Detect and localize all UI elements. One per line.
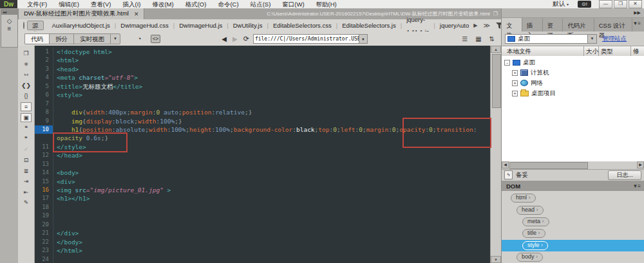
restore-doc-icon[interactable]: ❐ — [493, 11, 498, 17]
code-navigator-icon[interactable]: ✳ — [21, 60, 32, 69]
view-button-代码[interactable]: 代码 — [24, 33, 49, 44]
menu-item[interactable]: 站点(S) — [245, 0, 277, 8]
tree-expander-icon[interactable]: - — [504, 60, 510, 66]
collapse-panels-icon[interactable]: ▶▶ — [502, 8, 644, 18]
menu-item[interactable]: 编辑(E) — [53, 0, 85, 8]
log-button[interactable]: 日志... — [608, 170, 641, 180]
tree-expander-icon[interactable]: + — [512, 70, 518, 76]
menu-item[interactable]: 命令(C) — [212, 0, 244, 8]
minimize-button[interactable]: — — [599, 0, 612, 8]
column-type[interactable]: 类型 — [601, 48, 613, 56]
related-file[interactable]: jqueryAuto — [435, 19, 473, 32]
cc-sync-icon[interactable]: ⊙! — [578, 1, 591, 8]
dom-node-style[interactable]: style — [522, 241, 548, 250]
menu-item[interactable]: 窗口(W) — [276, 0, 310, 8]
restore-button[interactable]: ❐ — [614, 0, 627, 8]
close-button[interactable]: ✕ — [629, 0, 642, 8]
scroll-up-icon[interactable]: ▲ — [491, 46, 501, 53]
dom-node-meta[interactable]: meta — [522, 217, 549, 226]
dom-node-row[interactable]: title — [502, 228, 644, 239]
code-editor[interactable]: 1<!doctype html>2<html>3<head>4<meta cha… — [35, 46, 490, 263]
related-files-next-icon[interactable]: ▶ — [473, 23, 477, 28]
hscrollbar-thumb[interactable] — [509, 162, 588, 169]
wrap-tag-icon[interactable]: ✓ — [21, 145, 32, 154]
recent-snippets-icon[interactable]: ⊡ — [21, 156, 32, 165]
menu-item[interactable]: 帮助(H) — [310, 0, 343, 8]
collapse-tag-icon[interactable]: ⇿ — [21, 70, 32, 79]
highlight-invalid-code-icon[interactable]: ▣ — [21, 113, 32, 122]
scroll-down-icon[interactable]: ▼ — [491, 256, 501, 263]
dom-node-row[interactable]: meta — [502, 216, 644, 228]
menu-item[interactable]: 格式(O) — [180, 0, 213, 8]
column-local-files[interactable]: 本地文件 — [507, 48, 531, 56]
scrollbar-thumb[interactable] — [492, 54, 501, 108]
sort-icon[interactable]: ⇅ — [489, 35, 495, 42]
address-dropdown-icon[interactable]: ▼ — [359, 35, 367, 43]
manage-sites-link[interactable]: 管理站点 — [602, 35, 627, 43]
open-documents-icon[interactable]: ❐ — [21, 49, 32, 58]
format-source-icon[interactable]: ✎ — [21, 198, 32, 207]
collapse-left-icon[interactable]: ◂◂ — [1, 10, 17, 15]
related-file[interactable]: DwImageHud.js — [175, 19, 227, 32]
tree-item[interactable]: -桌面 — [502, 57, 644, 68]
tree-expander-icon[interactable]: + — [512, 91, 518, 96]
live-view-dropdown-icon[interactable]: ▼ — [110, 33, 120, 44]
editor-scrollbar[interactable]: ▲ ▼ — [490, 46, 502, 263]
indent-code-icon[interactable]: ⇥ — [21, 177, 32, 186]
panel-tab-文件[interactable]: 文件 — [502, 18, 522, 32]
menu-item[interactable]: 查看(V) — [85, 0, 117, 8]
menu-item[interactable]: 文件(F) — [21, 0, 53, 8]
site-select[interactable]: 桌面 ▼ — [505, 34, 597, 44]
related-files-more-icon[interactable]: ≫ — [483, 22, 489, 29]
move-css-icon[interactable]: ≣ — [21, 167, 32, 176]
back-icon[interactable]: ◀ — [222, 35, 227, 42]
inspect-mode-icon[interactable]: <> — [151, 35, 161, 43]
collapsed-panel[interactable]: ◂◂ ◇≡ — [1, 9, 18, 48]
panel-menu-icon[interactable]: ▼≡ — [632, 18, 644, 32]
related-file[interactable]: DwImageHud.css — [116, 19, 173, 32]
multiscreen-preview-icon[interactable]: ▦ — [475, 35, 481, 42]
view-button-实时视图[interactable]: 实时视图 — [73, 33, 110, 44]
workspace-switcher[interactable]: 默认 ▾ — [549, 0, 573, 8]
panel-tab-资源[interactable]: 资源 — [543, 18, 564, 32]
tree-item[interactable]: +计算机 — [502, 68, 644, 78]
menu-item[interactable]: 修改(M) — [146, 0, 179, 8]
tree-item[interactable]: +网络 — [502, 78, 644, 88]
view-button-拆分[interactable]: 拆分 — [49, 33, 73, 44]
dom-node-title[interactable]: title — [522, 229, 545, 238]
related-file[interactable]: DwUtility.js — [229, 19, 267, 32]
live-code-icon[interactable]: ◔ — [137, 35, 142, 42]
scroll-left-icon[interactable]: ◀ — [502, 161, 509, 168]
dom-node-html[interactable]: html — [511, 194, 536, 203]
refresh-icon[interactable]: ⟳ — [243, 35, 249, 43]
select-parent-tag-icon[interactable]: ❮❯ — [21, 81, 32, 90]
balance-braces-icon[interactable]: {} — [21, 91, 32, 100]
dom-node-body[interactable]: body — [516, 253, 543, 262]
panel-tab-CSS 设计器[interactable]: CSS 设计器 — [594, 18, 633, 32]
dom-panel-menu-icon[interactable]: ▼≡ — [632, 183, 644, 189]
outdent-code-icon[interactable]: ⇤ — [21, 188, 32, 197]
column-size[interactable]: 大小 — [586, 48, 598, 56]
site-select-dropdown-icon[interactable]: ▼ — [587, 35, 596, 43]
dom-node-row[interactable]: html — [502, 192, 644, 204]
remove-comment-icon[interactable]: ❞ — [21, 134, 32, 143]
panel-tab-插入[interactable]: 插入 — [522, 18, 543, 32]
panel-tab-代码片断[interactable]: 代码片断 — [563, 18, 594, 32]
forward-icon[interactable]: ▶ — [232, 35, 238, 42]
apply-comment-icon[interactable]: ❝ — [21, 123, 32, 132]
dom-node-row[interactable]: style — [502, 240, 644, 251]
dom-node-row[interactable]: head — [502, 204, 644, 215]
related-file[interactable]: AuxiliaryHudObject.js — [48, 19, 115, 32]
related-file[interactable]: EditableSelectors.css — [269, 19, 336, 32]
menu-item[interactable]: 插入(I) — [117, 0, 146, 8]
related-file[interactable]: EditableSelectors.js — [337, 19, 400, 32]
line-numbers-icon[interactable]: ≡ — [21, 102, 32, 111]
dom-node-head[interactable]: head — [516, 206, 544, 215]
address-bar[interactable]: file:///C|/Users/Administrator.USER-20 ▼ — [253, 34, 368, 44]
tree-expander-icon[interactable]: + — [512, 80, 518, 86]
source-code-button[interactable]: 源代码 — [27, 21, 44, 30]
dom-node-row[interactable]: body — [502, 251, 644, 263]
live-view-options-icon[interactable]: ☰ — [462, 35, 468, 42]
tree-item[interactable]: +桌面项目 — [502, 88, 644, 98]
extract-panel-icon[interactable]: ◇≡ — [1, 15, 17, 33]
